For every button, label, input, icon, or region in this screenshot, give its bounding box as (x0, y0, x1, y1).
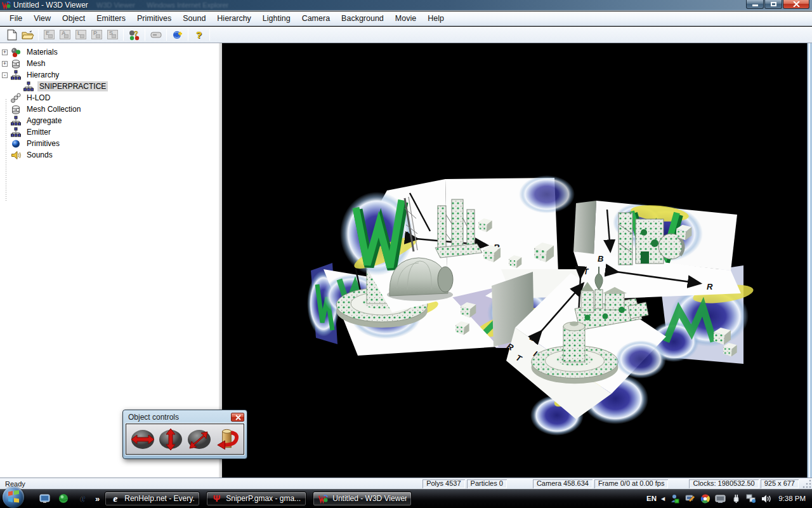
rotate-button[interactable] (214, 427, 240, 452)
menu-bar: File View Object Emitters Primitives Sou… (0, 11, 812, 26)
object-controls-titlebar[interactable]: Object controls (126, 410, 244, 424)
menu-file[interactable]: File (4, 12, 28, 25)
new-file-button[interactable] (4, 28, 20, 42)
status-clocks: Clocks: 1980532.50 (689, 479, 758, 488)
start-button[interactable] (3, 486, 24, 508)
translate-horizontal-button[interactable] (130, 427, 156, 452)
tree-item-emitter[interactable]: Emitter (0, 126, 218, 138)
desktop: Untitled - W3D Viewer W3D Viewer Windows… (0, 0, 812, 508)
tree-item-sniperpractice[interactable]: SNIPERPRACTICE (0, 81, 218, 92)
save-sound-button[interactable]: S (105, 28, 121, 42)
resize-grip[interactable] (802, 479, 812, 489)
tree-item-hlod[interactable]: H-LOD (0, 92, 218, 104)
menu-primitives[interactable]: Primitives (131, 12, 177, 25)
hierarchy-icon (10, 116, 22, 126)
w3d-viewer-icon (318, 493, 329, 504)
tablet-settings-icon[interactable] (684, 493, 695, 504)
save-primitive-button[interactable]: P (89, 28, 105, 42)
expand-toggle[interactable]: + (2, 61, 8, 67)
clock[interactable]: 9:38 PM (778, 495, 806, 502)
toolbar-separator (123, 29, 124, 41)
hierarchy-icon (10, 127, 22, 138)
color-swirl-icon[interactable] (700, 493, 710, 504)
save-aggregate-button[interactable]: A (57, 28, 73, 42)
background-window-ghost-text: W3D Viewer Windows Internet Explorer (96, 1, 228, 9)
globe-plus-icon (172, 30, 183, 40)
menu-background[interactable]: Background (336, 12, 390, 25)
save-lod-icon: L (75, 30, 86, 39)
save-emitter-button[interactable]: E (41, 28, 57, 42)
taskbar-button-w3d-viewer[interactable]: Untitled - W3D Viewer (313, 491, 412, 506)
menu-movie[interactable]: Movie (390, 12, 422, 25)
window-right-frame (807, 43, 812, 478)
translate-vertical-button[interactable] (158, 427, 184, 452)
internet-explorer-icon[interactable]: e (76, 492, 89, 505)
tree-item-hierarchy[interactable]: - Hierarchy (0, 69, 218, 81)
close-button[interactable] (783, 0, 809, 9)
dialog-close-button[interactable] (231, 413, 244, 422)
taskbar: e » e RenHelp.net - Every... Ψ SniperP.g… (0, 489, 812, 508)
sounds-icon (10, 150, 22, 161)
volume-icon[interactable] (761, 493, 771, 504)
menu-lighting[interactable]: Lighting (257, 12, 296, 25)
save-sound-icon: S (107, 30, 118, 39)
display-icon[interactable] (715, 493, 726, 504)
translate-depth-button[interactable] (186, 427, 212, 452)
tree-item-mesh-collection[interactable]: Mesh Collection (0, 104, 218, 115)
tree-item-materials[interactable]: + Materials (0, 46, 218, 58)
save-lod-button[interactable]: L (73, 28, 89, 42)
close-icon (793, 1, 800, 7)
menu-sound[interactable]: Sound (177, 12, 211, 25)
menu-view[interactable]: View (28, 12, 56, 25)
tree-item-aggregate[interactable]: Aggregate (0, 115, 218, 126)
tree-item-primitives[interactable]: Primitives (0, 138, 218, 149)
taskbar-button-renhelp[interactable]: e RenHelp.net - Every... (105, 491, 200, 506)
toolbar: E A L P S ? (0, 27, 812, 43)
toolbar-separator (166, 29, 167, 41)
maximize-button[interactable] (764, 0, 782, 9)
media-globe-icon[interactable] (57, 492, 70, 505)
menu-emitters[interactable]: Emitters (91, 12, 131, 25)
menu-help[interactable]: Help (422, 12, 450, 25)
network-icon[interactable] (745, 493, 756, 504)
toolbar-separator (38, 29, 39, 41)
primitives-icon (10, 138, 22, 149)
expand-toggle[interactable]: + (2, 50, 8, 55)
window-titlebar[interactable]: Untitled - W3D Viewer W3D Viewer Windows… (0, 0, 812, 11)
status-resolution: 925 x 677 (761, 479, 799, 488)
menu-camera[interactable]: Camera (296, 12, 336, 25)
menu-hierarchy[interactable]: Hierarchy (211, 12, 257, 25)
minimize-button[interactable] (746, 0, 764, 9)
system-tray: EN ◀ 9:38 PM (646, 493, 812, 504)
viewport-3d[interactable]: R (222, 43, 807, 478)
messenger-icon[interactable] (669, 493, 680, 504)
add-object-button[interactable] (169, 28, 185, 42)
object-controls-body (126, 424, 244, 455)
hierarchy-icon (10, 70, 22, 81)
animation-toolbar-button[interactable] (148, 28, 164, 42)
expand-toggle[interactable]: - (2, 72, 8, 78)
show-desktop-icon[interactable] (38, 492, 51, 505)
status-camera: Camera 458.634 (533, 479, 593, 488)
minimize-icon (752, 4, 758, 6)
open-file-button[interactable] (20, 28, 36, 42)
tree-item-sounds[interactable]: Sounds (0, 149, 218, 161)
menu-object[interactable]: Object (56, 12, 91, 25)
quick-launch-overflow-chevron[interactable]: » (95, 494, 100, 504)
svg-text:?: ? (134, 30, 138, 37)
taskbar-button-gmax[interactable]: Ψ SniperP.gmax - gma... (206, 491, 306, 506)
help-button[interactable]: ? (191, 28, 207, 42)
selected-node-label: SNIPERPRACTICE (37, 81, 108, 91)
object-controls-dialog[interactable]: Object controls (122, 410, 247, 459)
hlod-icon (10, 93, 22, 104)
scene-properties-button[interactable]: ? (126, 28, 142, 42)
language-indicator[interactable]: EN (646, 495, 657, 502)
tray-expand-chevron[interactable]: ◀ (661, 496, 665, 502)
toolbar-separator (209, 29, 210, 41)
tree-item-mesh[interactable]: + Mesh (0, 58, 218, 69)
tree-connector-line (6, 99, 6, 201)
status-ready: Ready (0, 480, 422, 488)
svg-text:B: B (598, 254, 603, 264)
svg-text:R: R (707, 282, 713, 291)
power-plug-icon[interactable] (730, 493, 741, 504)
